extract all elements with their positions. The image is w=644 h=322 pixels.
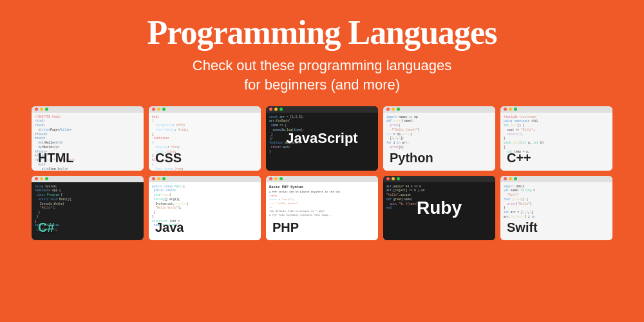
page-title: Programming Languages [147,14,497,51]
card-cpp-label: C++ [507,151,531,166]
cards-row-1: <!DOCTYPE html> <html> <head> <title>Pag… [19,106,625,171]
card-java[interactable]: public class Main { public static void m… [149,176,261,240]
card-java-label: Java [155,220,184,235]
cards-container: <!DOCTYPE html> <html> <head> <title>Pag… [19,106,625,240]
card-cpp[interactable]: #include <iostream> using namespace std;… [500,106,612,171]
card-css-label: CSS [155,151,182,166]
card-csharp-label: C# [38,220,55,235]
cards-row-2: using System; namespace App { class Prog… [19,176,625,240]
page-subtitle: Check out these programming languagesfor… [193,56,451,94]
card-javascript-label: JavaScript [286,130,357,147]
card-html[interactable]: <!DOCTYPE html> <html> <head> <title>Pag… [32,106,144,171]
card-python-label: Python [390,151,433,166]
card-ruby[interactable]: arr.empty? 44 n == 0 arr.[reject] == b }… [383,176,495,240]
card-csharp[interactable]: using System; namespace App { class Prog… [32,176,144,240]
card-swift[interactable]: import UIKit var name: String = "Swift" … [500,176,612,240]
card-php[interactable]: Basic PHP Syntax A PHP script can be pla… [266,176,378,240]
card-ruby-label: Ruby [417,198,462,218]
card-javascript[interactable]: const arr = [1,2,3]; arr.forEach( item =… [266,106,378,171]
card-swift-label: Swift [507,220,538,235]
card-python[interactable]: import numpy as np def greet(name): prin… [383,106,495,171]
card-php-label: PHP [272,220,299,235]
card-html-label: HTML [38,151,74,166]
card-css[interactable]: body{ background: #fff; font-family: Ari… [149,106,261,171]
